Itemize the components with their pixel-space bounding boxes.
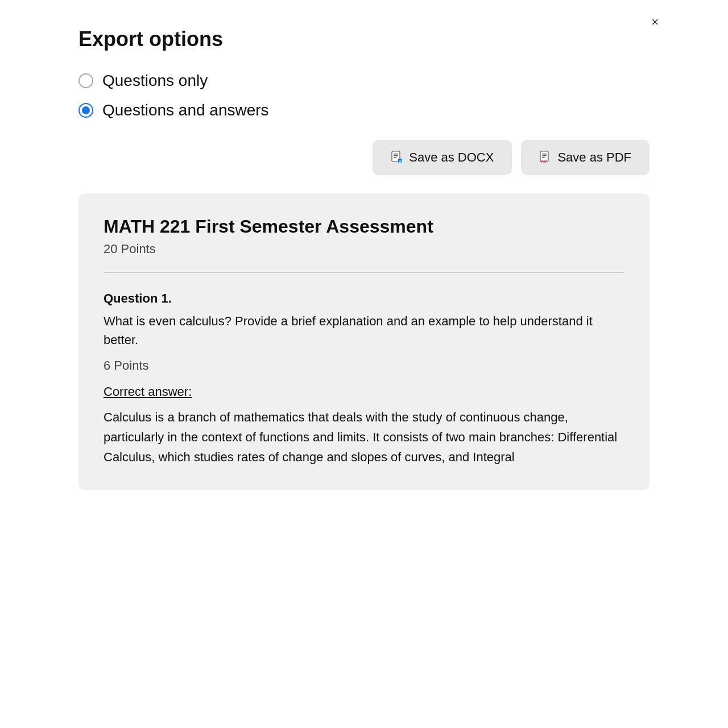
svg-rect-8 [542,155,547,156]
docx-icon: W [391,151,403,165]
svg-rect-7 [542,154,547,155]
save-docx-label: Save as DOCX [409,150,494,165]
save-pdf-label: Save as PDF [557,150,631,165]
correct-answer-label: Correct answer: [104,384,624,399]
export-dialog: × Export options Questions only Question… [51,0,677,490]
preview-panel: MATH 221 First Semester Assessment 20 Po… [78,193,650,490]
question-label: Question 1. [104,291,624,306]
svg-rect-9 [542,157,545,158]
pdf-icon: PDF [539,151,552,165]
radio-option-questions-answers[interactable]: Questions and answers [78,101,650,119]
svg-text:PDF: PDF [541,160,547,163]
svg-rect-1 [394,154,398,155]
correct-answer-text: Calculus is a branch of mathematics that… [104,407,624,468]
export-buttons-row: W Save as DOCX PDF Save as PDF [78,140,650,175]
radio-circle-questions-only [78,73,93,88]
radio-circle-questions-answers [78,103,93,118]
radio-option-questions-only[interactable]: Questions only [78,72,650,90]
svg-text:W: W [399,159,402,163]
save-docx-button[interactable]: W Save as DOCX [373,140,512,175]
dialog-title: Export options [78,27,650,51]
preview-title: MATH 221 First Semester Assessment [104,216,624,237]
close-button[interactable]: × [651,16,659,28]
radio-label-questions-answers: Questions and answers [102,101,269,119]
question-points: 6 Points [104,358,624,373]
svg-rect-3 [394,157,396,158]
question-text: What is even calculus? Provide a brief e… [104,312,624,349]
radio-label-questions-only: Questions only [102,72,208,90]
export-options-group: Questions only Questions and answers [78,72,650,119]
preview-total-points: 20 Points [104,242,624,257]
save-pdf-button[interactable]: PDF Save as PDF [521,140,650,175]
svg-rect-2 [394,155,398,156]
preview-divider [104,272,624,273]
